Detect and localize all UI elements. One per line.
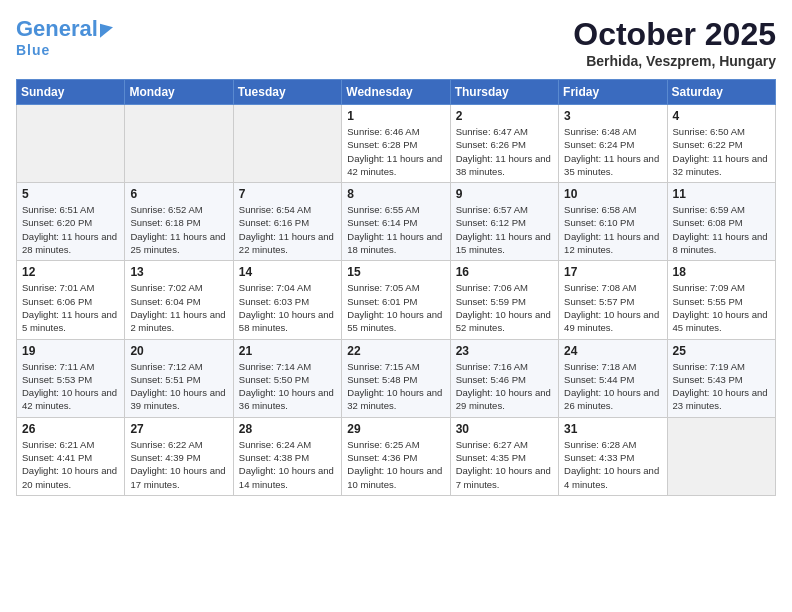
calendar-cell: 22Sunrise: 7:15 AM Sunset: 5:48 PM Dayli… <box>342 339 450 417</box>
calendar-cell: 8Sunrise: 6:55 AM Sunset: 6:14 PM Daylig… <box>342 183 450 261</box>
logo-blue: Blue <box>16 42 50 58</box>
day-number: 25 <box>673 344 770 358</box>
day-info: Sunrise: 6:51 AM Sunset: 6:20 PM Dayligh… <box>22 203 119 256</box>
day-info: Sunrise: 6:21 AM Sunset: 4:41 PM Dayligh… <box>22 438 119 491</box>
day-info: Sunrise: 6:57 AM Sunset: 6:12 PM Dayligh… <box>456 203 553 256</box>
day-number: 4 <box>673 109 770 123</box>
day-info: Sunrise: 6:24 AM Sunset: 4:38 PM Dayligh… <box>239 438 336 491</box>
calendar-cell <box>17 105 125 183</box>
calendar-cell: 7Sunrise: 6:54 AM Sunset: 6:16 PM Daylig… <box>233 183 341 261</box>
calendar-cell: 26Sunrise: 6:21 AM Sunset: 4:41 PM Dayli… <box>17 417 125 495</box>
calendar-cell: 2Sunrise: 6:47 AM Sunset: 6:26 PM Daylig… <box>450 105 558 183</box>
weekday-header: Thursday <box>450 80 558 105</box>
calendar-cell: 23Sunrise: 7:16 AM Sunset: 5:46 PM Dayli… <box>450 339 558 417</box>
calendar-table: SundayMondayTuesdayWednesdayThursdayFrid… <box>16 79 776 496</box>
calendar-cell: 4Sunrise: 6:50 AM Sunset: 6:22 PM Daylig… <box>667 105 775 183</box>
day-number: 3 <box>564 109 661 123</box>
calendar-cell: 9Sunrise: 6:57 AM Sunset: 6:12 PM Daylig… <box>450 183 558 261</box>
day-number: 13 <box>130 265 227 279</box>
day-number: 9 <box>456 187 553 201</box>
day-info: Sunrise: 7:04 AM Sunset: 6:03 PM Dayligh… <box>239 281 336 334</box>
day-info: Sunrise: 6:27 AM Sunset: 4:35 PM Dayligh… <box>456 438 553 491</box>
day-info: Sunrise: 6:28 AM Sunset: 4:33 PM Dayligh… <box>564 438 661 491</box>
day-number: 15 <box>347 265 444 279</box>
day-info: Sunrise: 6:55 AM Sunset: 6:14 PM Dayligh… <box>347 203 444 256</box>
day-number: 24 <box>564 344 661 358</box>
day-number: 11 <box>673 187 770 201</box>
calendar-cell: 15Sunrise: 7:05 AM Sunset: 6:01 PM Dayli… <box>342 261 450 339</box>
day-number: 8 <box>347 187 444 201</box>
day-number: 1 <box>347 109 444 123</box>
day-info: Sunrise: 7:08 AM Sunset: 5:57 PM Dayligh… <box>564 281 661 334</box>
day-info: Sunrise: 6:54 AM Sunset: 6:16 PM Dayligh… <box>239 203 336 256</box>
day-info: Sunrise: 6:47 AM Sunset: 6:26 PM Dayligh… <box>456 125 553 178</box>
day-number: 18 <box>673 265 770 279</box>
calendar-week-row: 19Sunrise: 7:11 AM Sunset: 5:53 PM Dayli… <box>17 339 776 417</box>
day-info: Sunrise: 6:48 AM Sunset: 6:24 PM Dayligh… <box>564 125 661 178</box>
day-info: Sunrise: 6:59 AM Sunset: 6:08 PM Dayligh… <box>673 203 770 256</box>
location-subtitle: Berhida, Veszprem, Hungary <box>573 53 776 69</box>
day-number: 22 <box>347 344 444 358</box>
day-info: Sunrise: 7:12 AM Sunset: 5:51 PM Dayligh… <box>130 360 227 413</box>
calendar-cell: 13Sunrise: 7:02 AM Sunset: 6:04 PM Dayli… <box>125 261 233 339</box>
day-info: Sunrise: 7:09 AM Sunset: 5:55 PM Dayligh… <box>673 281 770 334</box>
day-number: 7 <box>239 187 336 201</box>
calendar-cell: 24Sunrise: 7:18 AM Sunset: 5:44 PM Dayli… <box>559 339 667 417</box>
day-number: 12 <box>22 265 119 279</box>
day-number: 5 <box>22 187 119 201</box>
day-info: Sunrise: 7:02 AM Sunset: 6:04 PM Dayligh… <box>130 281 227 334</box>
day-info: Sunrise: 6:22 AM Sunset: 4:39 PM Dayligh… <box>130 438 227 491</box>
day-number: 23 <box>456 344 553 358</box>
day-info: Sunrise: 7:18 AM Sunset: 5:44 PM Dayligh… <box>564 360 661 413</box>
calendar-cell: 21Sunrise: 7:14 AM Sunset: 5:50 PM Dayli… <box>233 339 341 417</box>
logo: General Blue <box>16 16 113 58</box>
calendar-cell: 27Sunrise: 6:22 AM Sunset: 4:39 PM Dayli… <box>125 417 233 495</box>
calendar-cell: 18Sunrise: 7:09 AM Sunset: 5:55 PM Dayli… <box>667 261 775 339</box>
calendar-cell: 11Sunrise: 6:59 AM Sunset: 6:08 PM Dayli… <box>667 183 775 261</box>
day-number: 31 <box>564 422 661 436</box>
day-info: Sunrise: 7:01 AM Sunset: 6:06 PM Dayligh… <box>22 281 119 334</box>
calendar-cell: 3Sunrise: 6:48 AM Sunset: 6:24 PM Daylig… <box>559 105 667 183</box>
weekday-header: Monday <box>125 80 233 105</box>
day-info: Sunrise: 7:11 AM Sunset: 5:53 PM Dayligh… <box>22 360 119 413</box>
weekday-header: Wednesday <box>342 80 450 105</box>
day-number: 30 <box>456 422 553 436</box>
weekday-header: Saturday <box>667 80 775 105</box>
calendar-cell: 17Sunrise: 7:08 AM Sunset: 5:57 PM Dayli… <box>559 261 667 339</box>
day-info: Sunrise: 7:05 AM Sunset: 6:01 PM Dayligh… <box>347 281 444 334</box>
day-number: 2 <box>456 109 553 123</box>
page-header: General Blue October 2025 Berhida, Veszp… <box>16 16 776 69</box>
day-number: 21 <box>239 344 336 358</box>
weekday-header-row: SundayMondayTuesdayWednesdayThursdayFrid… <box>17 80 776 105</box>
day-number: 28 <box>239 422 336 436</box>
month-title: October 2025 <box>573 16 776 53</box>
day-number: 10 <box>564 187 661 201</box>
day-info: Sunrise: 6:58 AM Sunset: 6:10 PM Dayligh… <box>564 203 661 256</box>
calendar-cell: 29Sunrise: 6:25 AM Sunset: 4:36 PM Dayli… <box>342 417 450 495</box>
calendar-cell: 30Sunrise: 6:27 AM Sunset: 4:35 PM Dayli… <box>450 417 558 495</box>
calendar-week-row: 12Sunrise: 7:01 AM Sunset: 6:06 PM Dayli… <box>17 261 776 339</box>
calendar-cell: 16Sunrise: 7:06 AM Sunset: 5:59 PM Dayli… <box>450 261 558 339</box>
day-info: Sunrise: 7:14 AM Sunset: 5:50 PM Dayligh… <box>239 360 336 413</box>
calendar-week-row: 1Sunrise: 6:46 AM Sunset: 6:28 PM Daylig… <box>17 105 776 183</box>
calendar-week-row: 5Sunrise: 6:51 AM Sunset: 6:20 PM Daylig… <box>17 183 776 261</box>
calendar-cell: 19Sunrise: 7:11 AM Sunset: 5:53 PM Dayli… <box>17 339 125 417</box>
day-number: 17 <box>564 265 661 279</box>
calendar-cell <box>125 105 233 183</box>
day-number: 29 <box>347 422 444 436</box>
calendar-cell <box>667 417 775 495</box>
calendar-cell: 20Sunrise: 7:12 AM Sunset: 5:51 PM Dayli… <box>125 339 233 417</box>
day-number: 27 <box>130 422 227 436</box>
day-info: Sunrise: 6:46 AM Sunset: 6:28 PM Dayligh… <box>347 125 444 178</box>
day-number: 20 <box>130 344 227 358</box>
logo-arrow-icon <box>100 20 113 37</box>
calendar-cell: 28Sunrise: 6:24 AM Sunset: 4:38 PM Dayli… <box>233 417 341 495</box>
calendar-cell: 5Sunrise: 6:51 AM Sunset: 6:20 PM Daylig… <box>17 183 125 261</box>
day-info: Sunrise: 7:16 AM Sunset: 5:46 PM Dayligh… <box>456 360 553 413</box>
day-info: Sunrise: 7:06 AM Sunset: 5:59 PM Dayligh… <box>456 281 553 334</box>
calendar-cell: 6Sunrise: 6:52 AM Sunset: 6:18 PM Daylig… <box>125 183 233 261</box>
day-number: 6 <box>130 187 227 201</box>
title-block: October 2025 Berhida, Veszprem, Hungary <box>573 16 776 69</box>
day-number: 14 <box>239 265 336 279</box>
logo-general: General <box>16 16 98 42</box>
